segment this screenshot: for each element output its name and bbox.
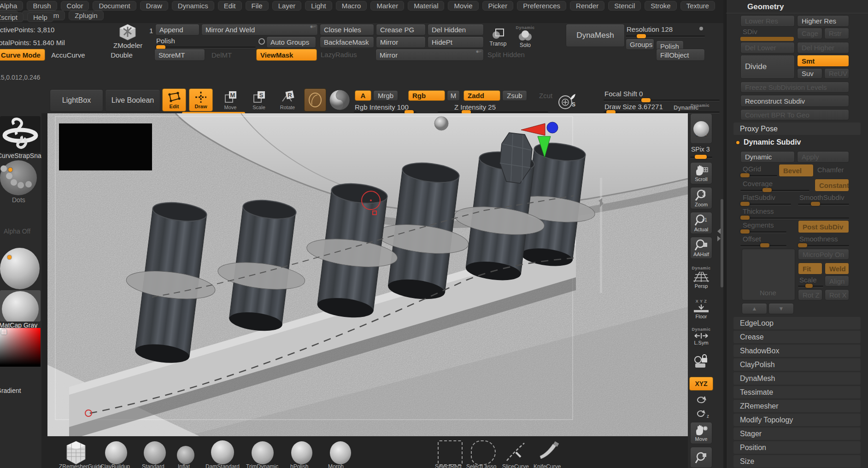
current-material-sphere[interactable] [329, 89, 350, 111]
menu-marker[interactable]: Marker [370, 1, 404, 11]
solo-button[interactable]: Dynamic Solo [512, 22, 538, 52]
select-tool-thumb-rect[interactable] [438, 440, 463, 465]
viewport-3d[interactable] [47, 113, 688, 436]
alpha-thumbnail[interactable]: Alpha Off [4, 228, 30, 235]
focal-shift-knob[interactable] [641, 98, 651, 102]
convert-bpr-button[interactable]: Convert BPR To Geo [740, 109, 849, 120]
qgrid-slider-label[interactable]: QGrid [743, 165, 761, 173]
actual-button[interactable]: ×1 Actual [690, 212, 712, 234]
freeze-subdivision-button[interactable]: Freeze SubDivision Levels [740, 82, 849, 93]
select-tool-thumb-slice[interactable] [504, 440, 527, 463]
micropoly-scale-knob[interactable] [805, 284, 813, 288]
bpr-button[interactable]: BPR [690, 113, 712, 144]
camera-lock-button[interactable] [690, 351, 712, 372]
menu-render[interactable]: Render [570, 1, 604, 11]
smoothness-knob[interactable] [798, 243, 807, 247]
dynamic-subdiv-section[interactable]: Dynamic Subdiv [733, 137, 861, 149]
mirror-curve-button[interactable]: Mirror ✱ʸᶻ [375, 49, 484, 61]
brush-thumb[interactable] [144, 441, 166, 464]
smoothsubdiv-knob[interactable] [811, 202, 820, 206]
alpha-channel-button[interactable]: A [355, 90, 371, 101]
menu-edit[interactable]: Edit [218, 1, 242, 11]
focal-shift-track[interactable] [604, 99, 720, 101]
rot-x-button[interactable]: Rot X [825, 289, 849, 300]
divide-button[interactable]: Divide [740, 55, 795, 79]
segments-slider-label[interactable]: Segments [743, 221, 774, 229]
smoothness-slider-label[interactable]: Smoothness [799, 235, 838, 243]
brush-thumbnail[interactable] [0, 116, 41, 153]
geometry-panel-title[interactable]: Geometry [747, 2, 784, 12]
geometry-section-position[interactable]: Position [733, 441, 861, 454]
texture-thumbnail[interactable] [0, 248, 40, 289]
zadd-button[interactable]: Zadd [463, 90, 500, 101]
menu-file[interactable]: File [246, 1, 269, 11]
mirror-and-weld-button[interactable]: Mirror And Weld ✱ʸᶻ [201, 24, 318, 35]
next-micropoly-button[interactable]: ▼ [768, 303, 794, 314]
xyz-button[interactable]: XYZ [689, 377, 713, 391]
menu-material[interactable]: Material [408, 1, 444, 11]
color-picker[interactable] [0, 328, 41, 367]
menu-stencil[interactable]: Stencil [608, 1, 641, 11]
zcut-button[interactable]: Zcut [539, 92, 552, 99]
zoom-button[interactable]: Zoom [690, 187, 712, 209]
rgb-button[interactable]: Rgb [408, 90, 445, 101]
scroll-button[interactable]: Scroll [690, 162, 712, 184]
lsym-button[interactable]: Dynamic L.Sym [690, 323, 712, 349]
reuv-button[interactable]: ReUV [824, 68, 849, 79]
scale-button[interactable]: S Scale [246, 88, 272, 111]
menu-picker[interactable]: Picker [482, 1, 514, 11]
scene-canvas[interactable] [47, 113, 688, 436]
micropoly-preview-box[interactable]: None [742, 249, 795, 300]
radio-icon[interactable] [258, 38, 265, 45]
spix-knob[interactable] [695, 155, 707, 159]
menu-help[interactable]: Help [27, 12, 53, 22]
select-tool-thumb-knife[interactable] [537, 440, 560, 463]
lightbox-button[interactable]: LightBox [50, 89, 103, 111]
brush-thumb[interactable] [105, 441, 127, 464]
stroke-thumbnail[interactable] [0, 160, 37, 195]
geometry-section-dynamesh[interactable]: DynaMesh [733, 372, 861, 385]
mirror-button[interactable]: Mirror [376, 36, 426, 48]
brush-thumb[interactable] [330, 441, 351, 464]
segments-knob[interactable] [740, 229, 750, 234]
menu-zscript[interactable]: Zscript [0, 12, 23, 22]
focal-shift-icon-button[interactable]: S [555, 89, 578, 112]
geometry-section-crease[interactable]: Crease [733, 331, 861, 343]
split-hidden-button[interactable]: Split Hidden [487, 51, 525, 58]
draw-button[interactable]: Draw [189, 88, 213, 111]
crease-pg-button[interactable]: Crease PG [376, 24, 426, 35]
m-button[interactable]: M [447, 90, 460, 101]
prev-micropoly-button[interactable]: ▲ [742, 303, 767, 314]
menu-layer[interactable]: Layer [272, 1, 302, 11]
offset-knob[interactable] [760, 243, 769, 247]
color-picker-selector[interactable] [1, 329, 6, 334]
move-button[interactable]: M Move [217, 88, 243, 111]
canvas-scroll-strip[interactable] [600, 178, 602, 293]
menu-draw[interactable]: Draw [140, 1, 168, 11]
suv-button[interactable]: Suv [797, 68, 822, 79]
move-canvas-button[interactable]: Move [690, 422, 712, 444]
smoothsubdiv-slider-label[interactable]: SmoothSubdiv [799, 193, 845, 201]
fit-button[interactable]: Fit [798, 263, 822, 275]
fillobject-button[interactable]: FillObject [656, 49, 705, 61]
qgrid-knob[interactable] [740, 173, 750, 177]
post-subdiv-button[interactable]: Post SubDiv [798, 220, 849, 233]
material-thumbnail[interactable] [0, 290, 41, 322]
geometry-section-shadowbox[interactable]: ShadowBox [733, 345, 861, 357]
brush-thumb[interactable] [211, 440, 234, 464]
resolution-slider-knob[interactable] [637, 34, 646, 38]
menu-alpha[interactable]: Alpha [0, 1, 23, 11]
floor-button[interactable]: X Y Z Floor [690, 296, 712, 322]
constant-button[interactable]: Constant [815, 179, 849, 192]
chamfer-button[interactable]: Chamfer [817, 166, 844, 174]
brush-thumb-cube[interactable] [65, 440, 88, 465]
menu-document[interactable]: Document [93, 1, 136, 11]
micropoly-scale-label[interactable]: Scale [799, 276, 817, 284]
brush-thumb[interactable] [177, 446, 194, 464]
edit-button[interactable]: Edit [162, 88, 186, 111]
brush-thumb[interactable] [291, 441, 312, 464]
del-higher-button[interactable]: Del Higher [797, 42, 849, 53]
close-holes-button[interactable]: Close Holes [320, 24, 374, 35]
brush-thumb[interactable] [252, 441, 274, 464]
menu-macro[interactable]: Macro [336, 1, 367, 11]
